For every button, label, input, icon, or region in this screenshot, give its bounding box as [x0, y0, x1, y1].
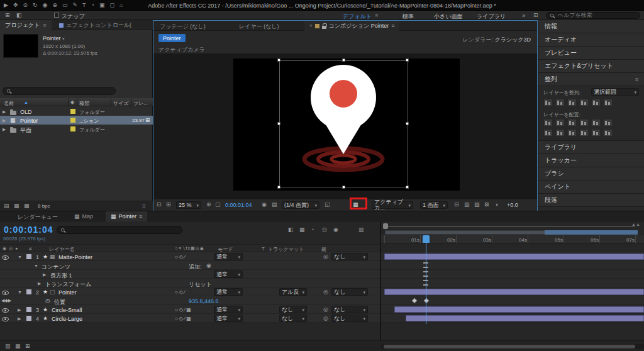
- align-vcenter-button[interactable]: [591, 99, 601, 106]
- view-options-icon[interactable]: ⊡: [157, 202, 162, 208]
- selection-handle[interactable]: [342, 186, 345, 189]
- tab-project[interactable]: プロジェクト ≡: [0, 20, 52, 30]
- item-name[interactable]: 平面: [20, 126, 31, 135]
- distribute-extra-button[interactable]: [555, 129, 565, 136]
- camera-tool-icon[interactable]: ◉: [43, 3, 48, 8]
- help-search-input[interactable]: ヘルプを検索: [546, 12, 640, 19]
- project-item-name[interactable]: Pointer ▾: [43, 35, 97, 42]
- panel-library[interactable]: ライブラリ: [538, 141, 644, 154]
- distribute-left-button[interactable]: [579, 119, 589, 126]
- flowchart-icon[interactable]: ⊠: [484, 202, 489, 208]
- timeline-jump-icon[interactable]: ▨: [474, 202, 480, 208]
- stopwatch-icon[interactable]: ◷: [45, 298, 50, 304]
- layer-switches[interactable]: ○◇∕: [175, 289, 186, 295]
- col-number[interactable]: #: [29, 246, 31, 252]
- brush-tool-icon[interactable]: ◔: [91, 3, 94, 8]
- pen-tool-icon[interactable]: ✎: [72, 3, 77, 8]
- parent-dropdown[interactable]: なし▾: [331, 315, 368, 322]
- time-ruler[interactable]: 01s 02s 03s 04s 05s 06s 07s: [381, 235, 644, 244]
- layer-switches[interactable]: ○◇∕▦: [175, 307, 192, 313]
- eye-icon[interactable]: [2, 308, 9, 313]
- align-bottom-button[interactable]: [603, 99, 613, 106]
- tab-effect-controls[interactable]: エフェクトコントロール(: [55, 20, 135, 30]
- parent-pickwhip-icon[interactable]: ◎: [323, 316, 328, 321]
- selection-handle[interactable]: [277, 186, 280, 189]
- panel-align[interactable]: 整列≡: [538, 73, 644, 86]
- selection-handle[interactable]: [277, 122, 280, 125]
- show-snapshot-icon[interactable]: ▤: [272, 202, 277, 208]
- parent-pickwhip-icon[interactable]: ◎: [323, 307, 328, 313]
- label-swatch[interactable]: [26, 254, 31, 259]
- comp-navigator-chip[interactable]: Pointer: [158, 34, 186, 42]
- layer-name[interactable]: Matte-Pointer: [58, 254, 92, 260]
- twirl-icon[interactable]: ▶: [3, 118, 6, 123]
- interpret-footage-icon[interactable]: ▤: [4, 203, 9, 209]
- panel-menu-icon[interactable]: ≡: [635, 77, 638, 82]
- layer-row-matte-pointer[interactable]: ▼ 1 ★ ▦ Matte-Pointer ○◇∕ 通常▾ ◎ なし▾: [0, 252, 380, 261]
- scroll-indicator[interactable]: [545, 230, 638, 235]
- current-time[interactable]: 0:00:01:04: [225, 202, 252, 208]
- lock-icon[interactable]: [322, 26, 326, 29]
- hand-tool-icon[interactable]: ✥: [13, 3, 18, 8]
- parent-dropdown[interactable]: なし▾: [331, 253, 368, 260]
- new-folder-icon[interactable]: ▦: [14, 203, 19, 209]
- selection-handle[interactable]: [406, 186, 409, 189]
- property-row-transform[interactable]: ▶ トランスフォーム リセット: [0, 279, 380, 287]
- label-swatch[interactable]: [26, 289, 31, 294]
- panel-paragraph[interactable]: 段落: [538, 194, 644, 207]
- distribute-extra-button[interactable]: [543, 129, 553, 136]
- pan-behind-tool-icon[interactable]: ⊕: [52, 3, 57, 8]
- workspace-menu-icon[interactable]: ≡: [375, 13, 378, 18]
- twirl-icon[interactable]: ▶: [18, 316, 21, 321]
- layer-switches[interactable]: ○◇∕: [175, 254, 186, 260]
- region-of-interest-icon[interactable]: ◱: [325, 202, 330, 208]
- panel-audio[interactable]: オーディオ: [538, 33, 644, 47]
- col-name[interactable]: 名前: [4, 100, 14, 107]
- twirl-icon[interactable]: ▼: [34, 264, 38, 268]
- twirl-icon[interactable]: ▶: [3, 127, 6, 131]
- property-row-position[interactable]: ◀◆▶ ◷ 位置 935.6,446.6: [0, 296, 380, 305]
- toggle-modes-icon[interactable]: ▦: [15, 343, 21, 349]
- parent-pickwhip-icon[interactable]: ◎: [323, 289, 328, 295]
- label-swatch[interactable]: [26, 307, 31, 312]
- mode-dropdown[interactable]: 通常▾: [214, 270, 243, 278]
- item-name[interactable]: Pointer: [20, 118, 38, 124]
- graph-editor-icon[interactable]: ▥: [358, 227, 364, 233]
- mask-tool-icon[interactable]: ◧: [16, 13, 22, 18]
- label-swatch[interactable]: [70, 126, 75, 131]
- mask-toggle-icon[interactable]: ▢: [215, 202, 221, 208]
- twirl-icon[interactable]: ▶: [3, 109, 6, 114]
- position-value[interactable]: 935.6,446.6: [189, 298, 219, 304]
- distribute-extra-button[interactable]: [591, 129, 601, 136]
- mode-dropdown[interactable]: 通常▾: [214, 306, 243, 313]
- layer-bar-pointer[interactable]: [384, 289, 644, 295]
- safe-zones-icon[interactable]: ⊕: [206, 202, 211, 208]
- layer-switches[interactable]: ○◇∕▦: [175, 316, 192, 321]
- layer-row-circle-large[interactable]: ▶ 4 ★ Circle-Large ○◇∕▦ 通常▾ なし▾ ◎ なし▾: [0, 314, 380, 323]
- snapshot-icon[interactable]: ◉: [262, 202, 267, 208]
- layer-name[interactable]: Pointer: [58, 289, 77, 296]
- project-search-input[interactable]: [3, 87, 116, 95]
- pixel-aspect-icon[interactable]: ⊟: [454, 202, 459, 208]
- layer-bar-circle-large[interactable]: [406, 315, 644, 321]
- project-row-solid[interactable]: ▶ 平面 フォルダー: [0, 125, 153, 133]
- align-right-button[interactable]: [567, 99, 577, 106]
- tab-pointer[interactable]: ▦ Pointer ≡: [106, 211, 147, 221]
- zoom-dropdown[interactable]: 25 %▾: [176, 201, 201, 209]
- eraser-tool-icon[interactable]: ◻: [109, 3, 114, 8]
- zoom-tool-icon[interactable]: ⊙: [23, 3, 28, 8]
- toggle-switches-icon[interactable]: ▥: [5, 343, 11, 349]
- distribute-vcenter-button[interactable]: [555, 119, 565, 126]
- grid-guides-icon[interactable]: ⊞: [166, 202, 171, 208]
- draft-3d-icon[interactable]: ▦: [299, 227, 305, 233]
- label-swatch[interactable]: [70, 118, 75, 123]
- twirl-icon[interactable]: ▶: [38, 281, 41, 286]
- distribute-top-button[interactable]: [543, 119, 553, 126]
- twirl-icon[interactable]: ▶: [18, 308, 21, 312]
- align-left-button[interactable]: [543, 99, 553, 106]
- parent-dropdown[interactable]: なし▾: [331, 288, 368, 296]
- track-matte-dropdown[interactable]: なし▾: [279, 306, 307, 313]
- comp-viewer[interactable]: [153, 53, 537, 199]
- tab-composition[interactable]: × コンポジション Pointer ≡: [304, 21, 399, 31]
- panel-menu-icon[interactable]: ≡: [139, 214, 142, 220]
